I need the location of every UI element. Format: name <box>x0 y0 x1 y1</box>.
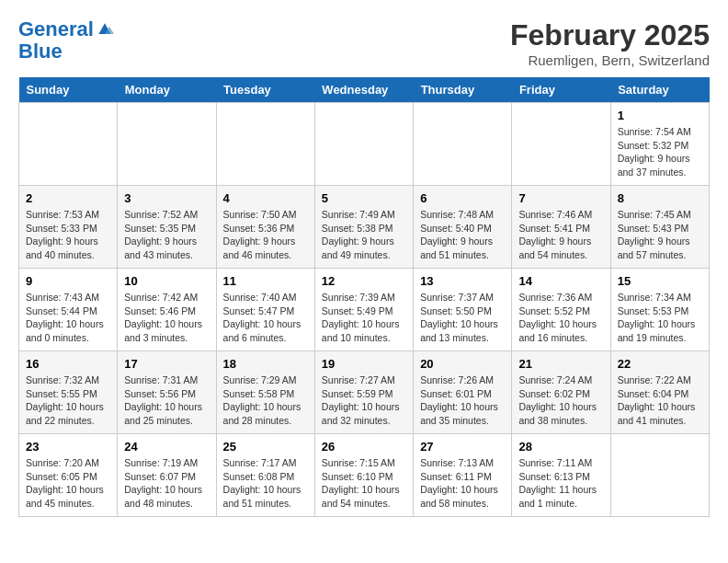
day-info: Sunrise: 7:48 AM Sunset: 5:40 PM Dayligh… <box>420 208 505 262</box>
day-cell: 23Sunrise: 7:20 AM Sunset: 6:05 PM Dayli… <box>19 434 118 517</box>
day-number: 18 <box>223 357 308 371</box>
calendar-body: 1Sunrise: 7:54 AM Sunset: 5:32 PM Daylig… <box>19 103 710 517</box>
day-cell: 6Sunrise: 7:48 AM Sunset: 5:40 PM Daylig… <box>414 186 512 269</box>
day-number: 8 <box>618 191 702 205</box>
day-info: Sunrise: 7:22 AM Sunset: 6:04 PM Dayligh… <box>618 373 702 428</box>
day-cell <box>414 103 512 186</box>
day-cell: 11Sunrise: 7:40 AM Sunset: 5:47 PM Dayli… <box>216 269 314 351</box>
day-number: 16 <box>26 357 110 371</box>
day-info: Sunrise: 7:34 AM Sunset: 5:53 PM Dayligh… <box>618 291 702 345</box>
day-cell: 22Sunrise: 7:22 AM Sunset: 6:04 PM Dayli… <box>610 351 709 434</box>
day-info: Sunrise: 7:42 AM Sunset: 5:46 PM Dayligh… <box>124 291 209 345</box>
day-cell: 2Sunrise: 7:53 AM Sunset: 5:33 PM Daylig… <box>19 186 118 269</box>
day-info: Sunrise: 7:31 AM Sunset: 5:56 PM Dayligh… <box>124 373 209 428</box>
day-cell <box>512 103 610 186</box>
day-info: Sunrise: 7:45 AM Sunset: 5:43 PM Dayligh… <box>618 208 702 262</box>
day-cell: 26Sunrise: 7:15 AM Sunset: 6:10 PM Dayli… <box>314 434 413 517</box>
day-number: 10 <box>124 274 209 288</box>
calendar-table: SundayMondayTuesdayWednesdayThursdayFrid… <box>18 77 710 517</box>
day-number: 27 <box>420 440 505 454</box>
day-number: 4 <box>223 191 308 205</box>
day-cell: 1Sunrise: 7:54 AM Sunset: 5:32 PM Daylig… <box>610 103 709 186</box>
day-cell <box>610 434 709 517</box>
day-number: 20 <box>420 357 505 371</box>
logo-text: General <box>18 18 94 40</box>
week-row-4: 16Sunrise: 7:32 AM Sunset: 5:55 PM Dayli… <box>19 351 710 434</box>
day-info: Sunrise: 7:37 AM Sunset: 5:50 PM Dayligh… <box>420 291 505 345</box>
day-cell: 25Sunrise: 7:17 AM Sunset: 6:08 PM Dayli… <box>216 434 314 517</box>
day-info: Sunrise: 7:39 AM Sunset: 5:49 PM Dayligh… <box>322 291 406 345</box>
day-info: Sunrise: 7:13 AM Sunset: 6:11 PM Dayligh… <box>420 456 505 511</box>
day-cell: 4Sunrise: 7:50 AM Sunset: 5:36 PM Daylig… <box>216 186 314 269</box>
day-info: Sunrise: 7:50 AM Sunset: 5:36 PM Dayligh… <box>223 208 308 262</box>
day-cell <box>314 103 413 186</box>
day-number: 23 <box>26 440 110 454</box>
day-number: 28 <box>518 440 603 454</box>
day-number: 12 <box>322 274 406 288</box>
day-number: 5 <box>322 191 406 205</box>
day-cell: 8Sunrise: 7:45 AM Sunset: 5:43 PM Daylig… <box>610 186 709 269</box>
day-number: 21 <box>518 357 603 371</box>
logo-icon <box>96 20 114 39</box>
day-info: Sunrise: 7:24 AM Sunset: 6:02 PM Dayligh… <box>518 373 603 428</box>
header-cell-thursday: Thursday <box>414 77 512 103</box>
day-info: Sunrise: 7:54 AM Sunset: 5:32 PM Dayligh… <box>618 125 702 179</box>
day-cell: 13Sunrise: 7:37 AM Sunset: 5:50 PM Dayli… <box>414 269 512 351</box>
day-info: Sunrise: 7:29 AM Sunset: 5:58 PM Dayligh… <box>223 373 308 428</box>
week-row-1: 1Sunrise: 7:54 AM Sunset: 5:32 PM Daylig… <box>19 103 710 186</box>
header-cell-saturday: Saturday <box>610 77 709 103</box>
week-row-3: 9Sunrise: 7:43 AM Sunset: 5:44 PM Daylig… <box>19 269 710 351</box>
day-cell: 3Sunrise: 7:52 AM Sunset: 5:35 PM Daylig… <box>118 186 216 269</box>
header-cell-tuesday: Tuesday <box>216 77 314 103</box>
day-cell: 5Sunrise: 7:49 AM Sunset: 5:38 PM Daylig… <box>314 186 413 269</box>
day-cell <box>216 103 314 186</box>
day-number: 2 <box>26 191 110 205</box>
week-row-5: 23Sunrise: 7:20 AM Sunset: 6:05 PM Dayli… <box>19 434 710 517</box>
header-row: SundayMondayTuesdayWednesdayThursdayFrid… <box>19 77 710 103</box>
day-info: Sunrise: 7:36 AM Sunset: 5:52 PM Dayligh… <box>518 291 603 345</box>
main-title: February 2025 <box>510 18 710 52</box>
day-number: 1 <box>618 109 702 122</box>
day-number: 22 <box>618 357 702 371</box>
day-cell: 18Sunrise: 7:29 AM Sunset: 5:58 PM Dayli… <box>216 351 314 434</box>
day-info: Sunrise: 7:40 AM Sunset: 5:47 PM Dayligh… <box>223 291 308 345</box>
day-cell: 12Sunrise: 7:39 AM Sunset: 5:49 PM Dayli… <box>314 269 413 351</box>
day-cell: 16Sunrise: 7:32 AM Sunset: 5:55 PM Dayli… <box>19 351 118 434</box>
day-cell: 17Sunrise: 7:31 AM Sunset: 5:56 PM Dayli… <box>118 351 216 434</box>
day-cell: 27Sunrise: 7:13 AM Sunset: 6:11 PM Dayli… <box>414 434 512 517</box>
day-info: Sunrise: 7:26 AM Sunset: 6:01 PM Dayligh… <box>420 373 505 428</box>
day-cell: 15Sunrise: 7:34 AM Sunset: 5:53 PM Dayli… <box>610 269 709 351</box>
day-cell: 24Sunrise: 7:19 AM Sunset: 6:07 PM Dayli… <box>118 434 216 517</box>
day-info: Sunrise: 7:46 AM Sunset: 5:41 PM Dayligh… <box>518 208 603 262</box>
day-info: Sunrise: 7:52 AM Sunset: 5:35 PM Dayligh… <box>124 208 209 262</box>
day-number: 14 <box>518 274 603 288</box>
day-info: Sunrise: 7:43 AM Sunset: 5:44 PM Dayligh… <box>26 291 110 345</box>
day-number: 19 <box>322 357 406 371</box>
day-number: 6 <box>420 191 505 205</box>
day-number: 15 <box>618 274 702 288</box>
logo-blue-text: Blue <box>18 40 63 63</box>
day-cell: 19Sunrise: 7:27 AM Sunset: 5:59 PM Dayli… <box>314 351 413 434</box>
day-cell: 28Sunrise: 7:11 AM Sunset: 6:13 PM Dayli… <box>512 434 610 517</box>
page-header: General Blue February 2025 Ruemligen, Be… <box>18 18 710 68</box>
day-number: 7 <box>518 191 603 205</box>
day-number: 17 <box>124 357 209 371</box>
day-cell <box>19 103 118 186</box>
day-number: 9 <box>26 274 110 288</box>
title-block: February 2025 Ruemligen, Bern, Switzerla… <box>510 18 710 68</box>
logo: General Blue <box>18 18 114 63</box>
day-number: 25 <box>223 440 308 454</box>
day-info: Sunrise: 7:20 AM Sunset: 6:05 PM Dayligh… <box>26 456 110 511</box>
day-cell: 9Sunrise: 7:43 AM Sunset: 5:44 PM Daylig… <box>19 269 118 351</box>
header-cell-friday: Friday <box>512 77 610 103</box>
day-number: 13 <box>420 274 505 288</box>
header-cell-monday: Monday <box>118 77 216 103</box>
day-cell: 20Sunrise: 7:26 AM Sunset: 6:01 PM Dayli… <box>414 351 512 434</box>
day-info: Sunrise: 7:53 AM Sunset: 5:33 PM Dayligh… <box>26 208 110 262</box>
day-info: Sunrise: 7:27 AM Sunset: 5:59 PM Dayligh… <box>322 373 406 428</box>
week-row-2: 2Sunrise: 7:53 AM Sunset: 5:33 PM Daylig… <box>19 186 710 269</box>
day-cell <box>118 103 216 186</box>
day-cell: 21Sunrise: 7:24 AM Sunset: 6:02 PM Dayli… <box>512 351 610 434</box>
day-info: Sunrise: 7:19 AM Sunset: 6:07 PM Dayligh… <box>124 456 209 511</box>
day-number: 11 <box>223 274 308 288</box>
